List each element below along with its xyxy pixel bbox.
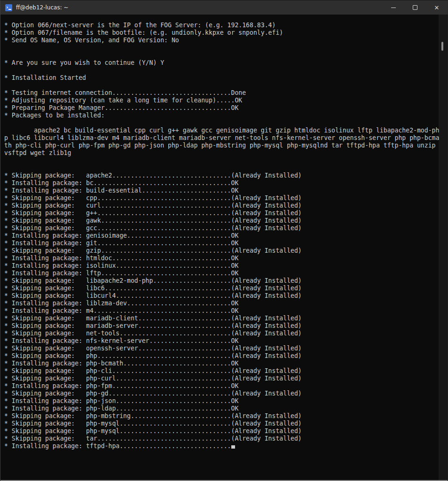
terminal-line [4, 52, 439, 59]
terminal-line: * Installing package: php-fpm...........… [4, 382, 439, 390]
scrollbar-thumb[interactable] [441, 42, 443, 51]
window-title: ff@deb12-lucas: ~ [16, 0, 69, 15]
terminal-line [4, 44, 439, 52]
terminal-line: * Installing package: isolinux..........… [4, 262, 439, 270]
terminal-line: * Skipping package: libcurl4............… [4, 292, 439, 300]
terminal-line: * Skipping package: tar.................… [4, 435, 439, 442]
terminal-line: th php-cli php-curl php-fpm php-gd php-j… [4, 142, 439, 149]
terminal-line: * Skipping package: cpp.................… [4, 194, 439, 202]
terminal-line: * Skipping package: libc6...............… [4, 285, 439, 292]
terminal-line: * Skipping package: net-tools...........… [4, 330, 439, 337]
terminal-line: * Skipping package: mariadb-client......… [4, 315, 439, 322]
terminal-line: * Send OS Name, OS Version, and FOG Vers… [4, 37, 439, 44]
terminal-line: * Installing package: php-json..........… [4, 397, 439, 405]
terminal-line: * Installing package: php-ldap..........… [4, 405, 439, 412]
terminal-line: * Skipping package: g++.................… [4, 209, 439, 217]
terminal-line: * Skipping package: gcc.................… [4, 225, 439, 232]
terminal-line: * Skipping package: libapache2-mod-php..… [4, 277, 439, 285]
terminal-line [4, 82, 439, 89]
terminal-line: * Installing package: tftpd-hpa.........… [4, 442, 439, 450]
terminal-line: * Skipping package: mariadb-server......… [4, 322, 439, 330]
window-controls: ✕ [383, 0, 448, 15]
terminal-line: * Skipping package: php-curl............… [4, 375, 439, 382]
terminal-line: * Installing package: git...............… [4, 240, 439, 247]
terminal-line: * Skipping package: php-gd..............… [4, 390, 439, 397]
terminal-line: * Skipping package: openssh-server......… [4, 345, 439, 352]
terminal-line [4, 164, 439, 172]
terminal-line: vsftpd wget zlib1g [4, 149, 439, 157]
terminal-line: * Installing package: bc................… [4, 179, 439, 187]
terminal-line: * Skipping package: gzip................… [4, 247, 439, 255]
powershell-icon: › [5, 4, 12, 11]
close-button[interactable]: ✕ [426, 0, 448, 15]
terminal-line [4, 157, 439, 164]
terminal-window: › ff@deb12-lucas: ~ ✕ * Option 066/next-… [0, 0, 448, 481]
terminal-line: * Option 067/filename is the bootfile: (… [4, 29, 439, 37]
terminal-line: * Installing package: php-bcmath........… [4, 360, 439, 367]
terminal-line: * Skipping package: gawk................… [4, 217, 439, 225]
terminal-line: * Skipping package: php.................… [4, 352, 439, 360]
terminal-line: apache2 bc build-essential cpp curl g++ … [4, 127, 439, 134]
terminal-line: * Installing package: liblzma-dev.......… [4, 300, 439, 307]
terminal-line: * Skipping package: php-mysql...........… [4, 427, 439, 435]
terminal-line: * Installing package: build-essential...… [4, 187, 439, 194]
terminal-line: * Skipping package: php-cli.............… [4, 367, 439, 375]
terminal-line: * Skipping package: apache2.............… [4, 172, 439, 179]
terminal-line: p libc6 libcurl4 liblzma-dev m4 mariadb-… [4, 134, 439, 142]
title-bar[interactable]: › ff@deb12-lucas: ~ ✕ [0, 0, 448, 15]
maximize-icon [413, 5, 417, 10]
close-icon: ✕ [434, 5, 440, 11]
terminal-line: * Installation Started [4, 74, 439, 82]
terminal-line: * Skipping package: php-mysql...........… [4, 420, 439, 427]
terminal-line [4, 67, 439, 74]
terminal-line: * Skipping package: curl................… [4, 202, 439, 209]
scrollbar-track[interactable] [439, 15, 447, 480]
terminal-line: * Installing package: genisoimage.......… [4, 232, 439, 240]
terminal-line [4, 119, 439, 127]
minimize-button[interactable] [383, 0, 404, 15]
terminal-line: * Installing package: htmldoc...........… [4, 255, 439, 262]
terminal-line: * Are you sure you wish to continue (Y/N… [4, 59, 439, 67]
maximize-button[interactable] [404, 0, 426, 15]
terminal-line: * Installing package: lftp..............… [4, 270, 439, 277]
terminal-line: * Testing internet connection...........… [4, 89, 439, 97]
terminal-line: * Preparing Package Manager.............… [4, 104, 439, 112]
terminal-line: * Skipping package: php-mbstring........… [4, 412, 439, 420]
terminal-output[interactable]: * Option 066/next-server is the IP of th… [4, 22, 439, 450]
terminal-line: * Adjusting repository (can take a long … [4, 97, 439, 104]
terminal-cursor [231, 445, 235, 449]
terminal-line: * Packages to be installed: [4, 112, 439, 119]
terminal-line: * Installing package: m4................… [4, 307, 439, 315]
terminal-line: * Installing package: nfs-kernel-server.… [4, 337, 439, 345]
terminal-line: * Option 066/next-server is the IP of th… [4, 22, 439, 29]
minimize-icon [391, 8, 396, 8]
